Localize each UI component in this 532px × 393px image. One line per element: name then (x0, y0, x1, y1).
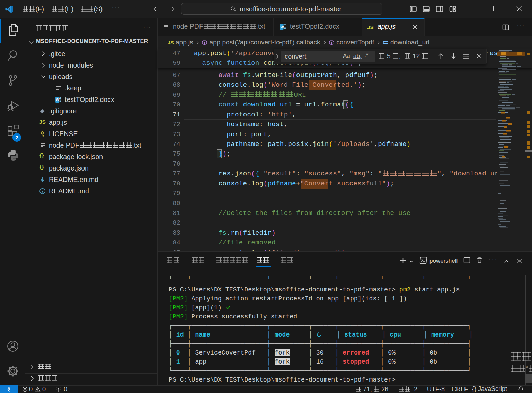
svg-text:W: W (280, 25, 284, 29)
svg-text:W: W (56, 98, 60, 102)
